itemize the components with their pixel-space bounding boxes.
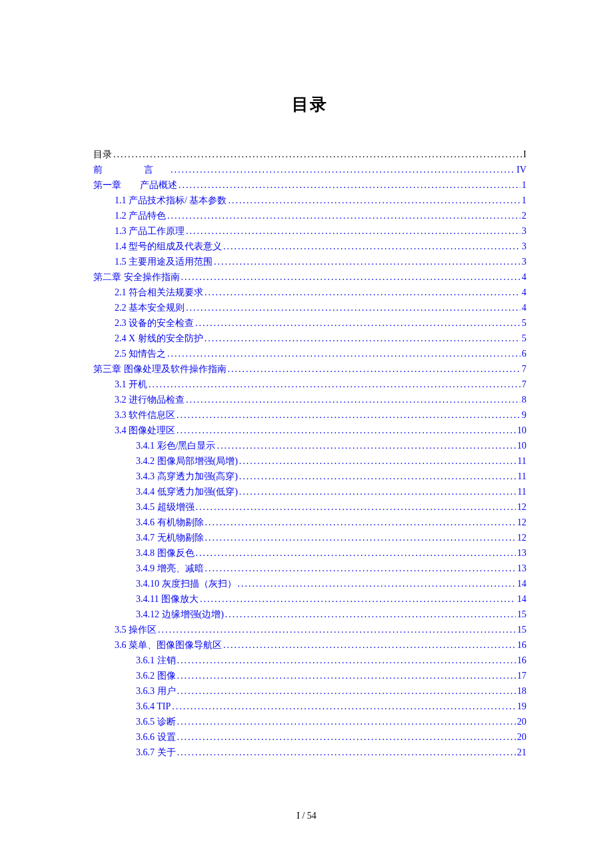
toc-page: 4: [522, 288, 526, 297]
toc-page: 5: [522, 334, 526, 343]
toc-label: 3.4.4 低穿透力加强(低穿): [136, 487, 238, 497]
toc-page: 12: [517, 533, 526, 543]
toc-page: 11: [518, 472, 526, 481]
toc-label: 3.6.5 诊断: [136, 717, 176, 727]
toc-entry[interactable]: 3.4.8 图像反色13: [93, 549, 526, 558]
toc-entry[interactable]: 第二章 安全操作指南4: [93, 273, 526, 282]
toc-page: 20: [517, 733, 526, 742]
toc-label: 3.4.12 边缘增强(边增): [136, 610, 224, 619]
toc-dots: [172, 702, 516, 711]
toc-dots: [239, 487, 516, 497]
toc-entry[interactable]: 3.6.4 TIP19: [93, 702, 526, 711]
toc-entry[interactable]: 第一章 产品概述1: [93, 181, 526, 190]
toc-entry[interactable]: 3.4.11 图像放大14: [93, 595, 526, 604]
toc-dots: [228, 365, 521, 374]
toc-dots: [158, 625, 516, 635]
toc-dots: [196, 549, 516, 558]
toc-page: 16: [517, 656, 526, 665]
toc-entry[interactable]: 3.6.1 注销16: [93, 656, 526, 665]
toc-entry[interactable]: 3.4.6 有机物剔除12: [93, 518, 526, 527]
toc-entry[interactable]: 2.4 X 射线的安全防护5: [93, 334, 526, 343]
toc-entry[interactable]: 3.4.4 低穿透力加强(低穿)11: [93, 487, 526, 497]
toc-dots: [177, 671, 516, 681]
toc-label: 3.6.7 关于: [136, 748, 176, 757]
toc-entry[interactable]: 2.1 符合相关法规要求4: [93, 288, 526, 297]
toc-entry[interactable]: 3.6.2 图像17: [93, 671, 526, 681]
toc-page: 3: [522, 227, 526, 236]
toc-label: 1.3 产品工作原理: [115, 227, 185, 236]
toc-page: 7: [522, 380, 526, 389]
toc-page: 3: [522, 242, 526, 251]
toc-page: 10: [517, 426, 526, 435]
toc-page: 8: [522, 395, 526, 405]
toc-label: 第二章 安全操作指南: [93, 273, 180, 282]
toc-label: 3.2 进行物品检查: [115, 395, 185, 405]
toc-entry[interactable]: 3.4.7 无机物剔除12: [93, 533, 526, 543]
toc-page: 14: [517, 579, 526, 589]
toc-entry[interactable]: 1.2 产品特色2: [93, 211, 526, 221]
toc-entry[interactable]: 1.3 产品工作原理3: [93, 227, 526, 236]
toc-entry[interactable]: 3.6 菜单、图像图像导航区16: [93, 641, 526, 650]
toc-dots: [171, 165, 515, 175]
toc-dots: [205, 334, 520, 343]
toc-label: 3.6.4 TIP: [136, 702, 171, 711]
toc-label: 3.4.11 图像放大: [136, 595, 199, 604]
toc-dots: [177, 687, 516, 696]
toc-page: 6: [522, 349, 526, 359]
toc-entry[interactable]: 3.1 开机7: [93, 380, 526, 389]
toc-label: 第三章 图像处理及软件操作指南: [93, 365, 227, 374]
toc-dots: [186, 303, 520, 313]
toc-entry[interactable]: 3.6.6 设置20: [93, 733, 526, 742]
toc-label: 3.4.6 有机物剔除: [136, 518, 204, 527]
toc-label: 3.5 操作区: [115, 625, 157, 635]
toc-dots: [196, 503, 516, 512]
toc-label: 3.4.3 高穿透力加强(高穿): [136, 472, 238, 481]
toc-entry[interactable]: 3.4.5 超级增强12: [93, 503, 526, 512]
toc-entry[interactable]: 3.4.9 增亮、减暗13: [93, 564, 526, 573]
toc-label: 3.6 菜单、图像图像导航区: [115, 641, 222, 650]
toc-label: 3.4.2 图像局部增强(局增): [136, 457, 238, 466]
toc-entry[interactable]: 3.4.10 灰度扫描（灰扫）14: [93, 579, 526, 589]
toc-dots: [167, 349, 520, 359]
toc-entry[interactable]: 3.2 进行物品检查8: [93, 395, 526, 405]
toc-entry[interactable]: 第三章 图像处理及软件操作指南7: [93, 365, 526, 374]
toc-entry[interactable]: 3.4.12 边缘增强(边增)15: [93, 610, 526, 619]
toc-entry[interactable]: 3.6.3 用户18: [93, 687, 526, 696]
toc-dots: [200, 595, 516, 604]
toc-dots: [205, 518, 516, 527]
toc-page: 3: [522, 257, 526, 267]
toc-entry[interactable]: 3.5 操作区15: [93, 625, 526, 635]
toc-entry[interactable]: 3.6.7 关于21: [93, 748, 526, 757]
toc-container: 目录I前 言IV第一章 产品概述11.1 产品技术指标/ 基本参数11.2 产品…: [93, 150, 526, 757]
toc-entry[interactable]: 3.4 图像处理区10: [93, 426, 526, 435]
toc-label: 3.6.1 注销: [136, 656, 176, 665]
toc-entry[interactable]: 1.5 主要用途及适用范围3: [93, 257, 526, 267]
toc-page: 18: [517, 687, 526, 696]
toc-entry[interactable]: 3.6.5 诊断20: [93, 717, 526, 727]
toc-entry[interactable]: 1.4 型号的组成及代表意义3: [93, 242, 526, 251]
toc-entry[interactable]: 3.4.1 彩色/黑白显示10: [93, 441, 526, 451]
toc-entry[interactable]: 3.4.2 图像局部增强(局增)11: [93, 457, 526, 466]
toc-entry[interactable]: 2.2 基本安全规则4: [93, 303, 526, 313]
toc-entry[interactable]: 前 言IV: [93, 165, 526, 175]
toc-entry[interactable]: 1.1 产品技术指标/ 基本参数1: [93, 196, 526, 205]
toc-entry[interactable]: 3.4.3 高穿透力加强(高穿)11: [93, 472, 526, 481]
toc-dots: [214, 257, 520, 267]
toc-label: 2.4 X 射线的安全防护: [115, 334, 203, 343]
toc-entry[interactable]: 2.5 知情告之6: [93, 349, 526, 359]
toc-dots: [225, 610, 516, 619]
toc-dots: [113, 150, 522, 159]
toc-page: 12: [517, 503, 526, 512]
toc-label: 前 言: [93, 165, 169, 175]
toc-dots: [177, 733, 516, 742]
toc-label: 3.6.2 图像: [136, 671, 176, 681]
toc-dots: [217, 441, 516, 451]
toc-entry[interactable]: 2.3 设备的安全检查5: [93, 319, 526, 328]
toc-dots: [167, 211, 520, 221]
toc-label: 3.6.3 用户: [136, 687, 176, 696]
toc-label: 2.3 设备的安全检查: [115, 319, 194, 328]
toc-page: 11: [518, 457, 526, 466]
toc-entry[interactable]: 3.3 软件信息区9: [93, 411, 526, 420]
toc-page: 1: [522, 196, 526, 205]
toc-dots: [179, 181, 520, 190]
